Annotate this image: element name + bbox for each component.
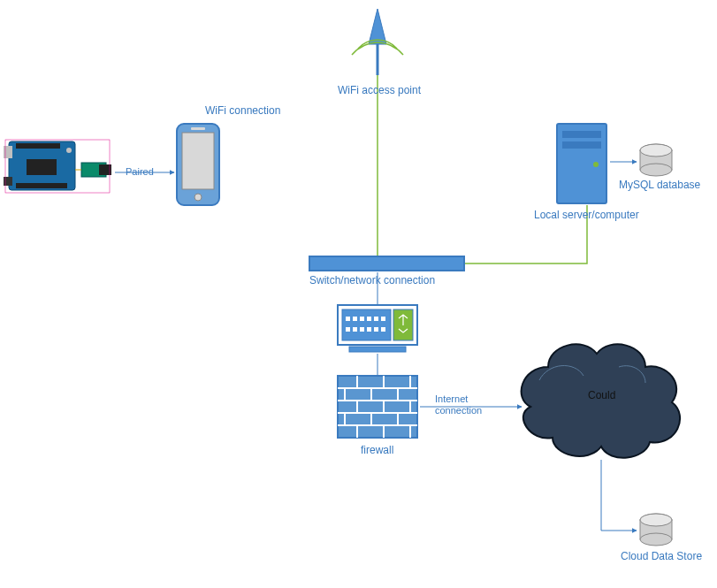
label-internet: Internet connection (435, 393, 482, 416)
svg-rect-4 (16, 143, 60, 149)
svg-rect-1 (4, 146, 12, 158)
label-paired: Paired (126, 166, 154, 178)
label-cloud: Could (588, 389, 615, 401)
svg-rect-35 (353, 327, 357, 332)
label-mysql: MySQL database (619, 179, 700, 191)
svg-point-24 (640, 144, 672, 157)
arduino-icon (4, 140, 111, 193)
svg-rect-30 (360, 317, 364, 321)
switch-icon (309, 256, 464, 271)
svg-rect-42 (338, 376, 417, 438)
svg-point-13 (195, 194, 202, 201)
svg-rect-28 (346, 317, 350, 321)
svg-rect-18 (562, 131, 601, 138)
label-cloud-store: Cloud Data Store (621, 550, 702, 562)
firewall-icon (338, 376, 417, 438)
svg-rect-31 (367, 317, 371, 321)
svg-point-20 (593, 162, 599, 167)
svg-rect-37 (367, 327, 371, 332)
svg-rect-2 (4, 177, 12, 186)
svg-rect-5 (16, 183, 67, 188)
label-firewall: firewall (361, 444, 393, 456)
svg-rect-39 (381, 327, 385, 332)
svg-point-6 (66, 148, 72, 153)
svg-rect-32 (374, 317, 378, 321)
smartphone-icon (177, 124, 219, 205)
cloud-db-icon (640, 514, 672, 546)
svg-rect-14 (191, 127, 205, 130)
server-icon (557, 124, 606, 203)
svg-rect-38 (374, 327, 378, 332)
svg-rect-29 (353, 317, 357, 321)
svg-point-23 (640, 164, 672, 176)
svg-rect-3 (27, 159, 57, 175)
connector-cloud-store (601, 460, 637, 531)
svg-marker-15 (369, 9, 386, 44)
svg-rect-19 (562, 141, 601, 149)
svg-point-65 (640, 514, 672, 526)
label-switch: Switch/network connection (309, 274, 435, 286)
svg-rect-27 (342, 309, 391, 340)
label-wifi-connection: WiFi connection (205, 104, 280, 117)
svg-rect-33 (381, 317, 385, 321)
mysql-db-icon (640, 144, 672, 176)
wifi-ap-icon (352, 9, 403, 75)
label-wifi-ap: WiFi access point (338, 84, 421, 96)
label-local-server: Local server/computer (534, 209, 639, 221)
svg-rect-12 (182, 133, 214, 189)
svg-rect-36 (360, 327, 364, 332)
svg-point-64 (640, 533, 672, 546)
router-icon (338, 305, 417, 352)
svg-rect-25 (309, 256, 464, 271)
svg-rect-34 (346, 327, 350, 332)
svg-rect-41 (349, 347, 406, 352)
